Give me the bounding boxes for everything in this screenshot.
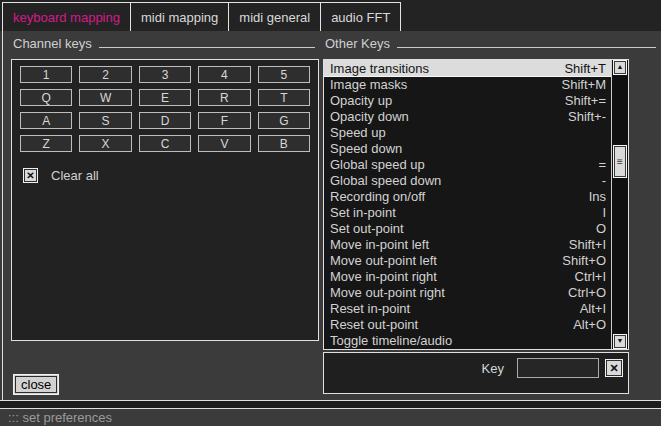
channel-key-button[interactable]: Q xyxy=(20,89,72,106)
action-label: Recording on/off xyxy=(330,189,589,204)
action-label: Image masks xyxy=(330,77,562,92)
close-button[interactable]: close xyxy=(13,374,59,395)
other-keys-group-label: Other Keys xyxy=(325,36,656,51)
action-label: Move out-point left xyxy=(330,253,562,268)
channel-key-button[interactable]: X xyxy=(79,135,131,152)
other-keys-row[interactable]: Global speed up = xyxy=(324,156,611,172)
clear-x-icon: ✕ xyxy=(609,362,618,375)
other-keys-row[interactable]: Global speed down - xyxy=(324,172,611,188)
key-binding: Ctrl+I xyxy=(575,269,606,284)
channel-key-button[interactable]: T xyxy=(258,89,310,106)
channel-key-button[interactable]: 5 xyxy=(258,66,310,83)
bottom-separator xyxy=(0,400,661,409)
other-keys-row[interactable]: Speed down xyxy=(324,140,611,156)
other-keys-row[interactable]: Recording on/off Ins xyxy=(324,188,611,204)
channel-key-button[interactable]: V xyxy=(198,135,250,152)
key-input[interactable] xyxy=(517,358,599,378)
key-binding: = xyxy=(598,157,606,172)
tab-midi-mapping[interactable]: midi mapping xyxy=(131,3,229,31)
action-label: Opacity down xyxy=(330,109,568,124)
clear-key-button[interactable]: ✕ xyxy=(605,359,623,377)
scrollbar-thumb[interactable]: ≡ xyxy=(613,145,627,178)
other-keys-row[interactable]: Opacity up Shift+= xyxy=(324,92,611,108)
other-keys-title: Other Keys xyxy=(325,36,390,51)
other-keys-row[interactable]: Move in-point right Ctrl+I xyxy=(324,268,611,284)
clear-all-row: ✕ Clear all xyxy=(23,168,318,183)
tab-midi-general[interactable]: midi general xyxy=(229,3,321,31)
clear-all-label: Clear all xyxy=(51,168,99,183)
channel-key-button[interactable]: G xyxy=(258,112,310,129)
key-binding: Shift+O xyxy=(562,253,606,268)
channel-key-button[interactable]: E xyxy=(139,89,191,106)
other-keys-row[interactable]: Move in-point left Shift+I xyxy=(324,236,611,252)
channel-key-button[interactable]: A xyxy=(20,112,72,129)
action-label: Global speed down xyxy=(330,173,602,188)
action-label: Global speed up xyxy=(330,157,598,172)
other-keys-row[interactable]: Set in-point I xyxy=(324,204,611,220)
channel-key-button[interactable]: C xyxy=(139,135,191,152)
channel-key-button[interactable]: 1 xyxy=(20,66,72,83)
action-label: Image transitions xyxy=(330,61,564,76)
clear-all-checkbox[interactable]: ✕ xyxy=(23,168,38,183)
key-binding: Shift+I xyxy=(569,237,606,252)
key-binding: O xyxy=(596,221,606,236)
action-label: Move in-point left xyxy=(330,237,569,252)
channel-key-button[interactable]: D xyxy=(139,112,191,129)
key-editor-panel: Key ✕ xyxy=(323,352,629,394)
other-keys-row[interactable]: Move out-point right Ctrl+O xyxy=(324,284,611,300)
other-keys-row[interactable]: Move out-point left Shift+O xyxy=(324,252,611,268)
channel-key-button[interactable]: B xyxy=(258,135,310,152)
key-binding: Ctrl+O xyxy=(568,285,606,300)
other-keys-row[interactable]: Reset in-point Alt+I xyxy=(324,300,611,316)
other-keys-rows: Image transitions Shift+T Image masks Sh… xyxy=(324,60,611,349)
other-keys-list: Image transitions Shift+T Image masks Sh… xyxy=(323,59,629,350)
close-button-label: close xyxy=(15,376,57,393)
key-binding: Alt+I xyxy=(580,301,606,316)
key-binding: - xyxy=(602,173,606,188)
other-keys-row[interactable]: Image masks Shift+M xyxy=(324,76,611,92)
scrollbar[interactable]: ▲ ≡ ▼ xyxy=(611,60,628,349)
action-label: Move out-point right xyxy=(330,285,568,300)
other-keys-row[interactable]: Opacity down Shift+- xyxy=(324,108,611,124)
channel-keys-title: Channel keys xyxy=(13,36,92,51)
other-keys-row[interactable]: Set out-point O xyxy=(324,220,611,236)
key-binding: Alt+O xyxy=(573,317,606,332)
checkbox-x-icon: ✕ xyxy=(26,170,34,181)
action-label: Set out-point xyxy=(330,221,596,236)
channel-key-button[interactable]: S xyxy=(79,112,131,129)
scroll-down-button[interactable]: ▼ xyxy=(613,334,627,349)
other-keys-row[interactable]: Toggle timeline/audio xyxy=(324,332,611,348)
tab-audio-fft[interactable]: audio FFT xyxy=(321,3,401,31)
action-label: Set in-point xyxy=(330,205,602,220)
action-label: Reset out-point xyxy=(330,317,573,332)
channel-key-button[interactable]: 4 xyxy=(198,66,250,83)
tab-strip: keyboard mapping midi mapping midi gener… xyxy=(0,0,661,31)
tab-keyboard-mapping[interactable]: keyboard mapping xyxy=(3,3,131,31)
channel-key-button[interactable]: R xyxy=(198,89,250,106)
channel-keys-group-label: Channel keys xyxy=(13,36,315,51)
action-label: Move in-point right xyxy=(330,269,575,284)
channel-key-button[interactable]: Z xyxy=(20,135,72,152)
action-label: Speed up xyxy=(330,125,606,140)
group-rule xyxy=(397,47,656,48)
channel-key-button[interactable]: 3 xyxy=(139,66,191,83)
key-binding: Ins xyxy=(589,189,606,204)
key-binding: I xyxy=(602,205,606,220)
channel-key-button[interactable]: 2 xyxy=(79,66,131,83)
channel-key-button[interactable]: W xyxy=(79,89,131,106)
other-keys-row[interactable]: Reset out-point Alt+O xyxy=(324,316,611,332)
other-keys-row[interactable]: Image transitions Shift+T xyxy=(324,60,611,76)
channel-key-grid: 1 2 3 4 5 Q W E R T A S D F G Z X C V B xyxy=(12,60,318,158)
other-keys-row[interactable]: Speed up xyxy=(324,124,611,140)
channel-keys-panel: 1 2 3 4 5 Q W E R T A S D F G Z X C V B … xyxy=(11,59,319,341)
key-label: Key xyxy=(482,361,504,376)
action-label: Speed down xyxy=(330,141,606,156)
scroll-up-button[interactable]: ▲ xyxy=(613,60,627,75)
tab-bar: keyboard mapping midi mapping midi gener… xyxy=(2,2,401,31)
grip-icon: ≡ xyxy=(617,156,623,167)
arrow-up-icon: ▲ xyxy=(617,63,624,70)
arrow-down-icon: ▼ xyxy=(617,337,624,344)
channel-key-button[interactable]: F xyxy=(198,112,250,129)
preferences-page: Channel keys Other Keys 1 2 3 4 5 Q W E … xyxy=(2,31,661,400)
action-label: Reset in-point xyxy=(330,301,580,316)
